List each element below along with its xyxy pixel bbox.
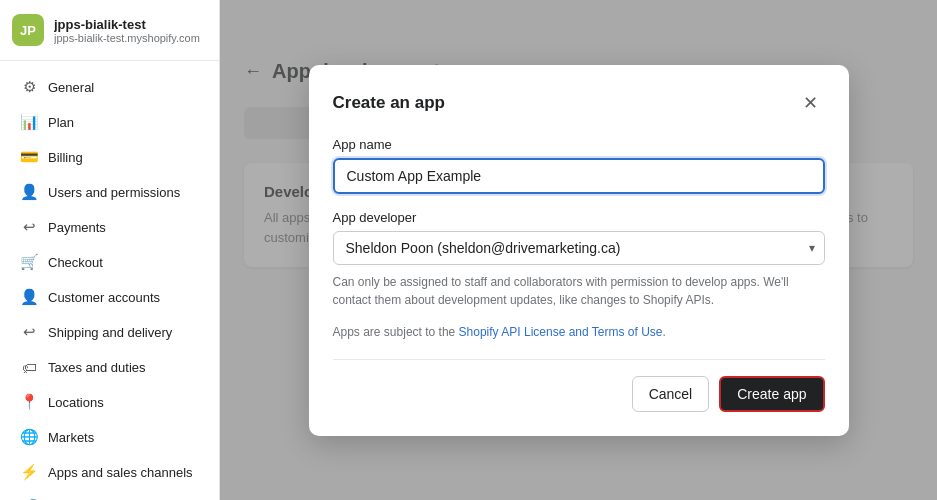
app-developer-help: Can only be assigned to staff and collab… [333,273,825,309]
store-info: jpps-bialik-test jpps-bialik-test.myshop… [54,17,207,44]
modal-overlay: Create an app ✕ App name App developer S… [220,0,937,500]
sidebar-item-apps[interactable]: ⚡Apps and sales channels [6,455,213,489]
sidebar-item-users[interactable]: 👤Users and permissions [6,175,213,209]
sidebar-item-shipping[interactable]: ↩Shipping and delivery [6,315,213,349]
payments-icon: ↩ [20,218,38,236]
sidebar-item-taxes[interactable]: 🏷Taxes and duties [6,350,213,384]
create-app-modal: Create an app ✕ App name App developer S… [309,65,849,436]
sidebar-item-label-apps: Apps and sales channels [48,465,193,480]
users-icon: 👤 [20,183,38,201]
sidebar-item-label-shipping: Shipping and delivery [48,325,172,340]
app-name-label: App name [333,137,825,152]
store-logo: JP [12,14,44,46]
sidebar-item-markets[interactable]: 🌐Markets [6,420,213,454]
billing-icon: 💳 [20,148,38,166]
app-developer-label: App developer [333,210,825,225]
shipping-icon: ↩ [20,323,38,341]
sidebar-header: JP jpps-bialik-test jpps-bialik-test.mys… [0,0,219,61]
cancel-button[interactable]: Cancel [632,376,710,412]
sidebar-item-label-billing: Billing [48,150,83,165]
store-name: jpps-bialik-test [54,17,207,32]
sidebar-item-label-checkout: Checkout [48,255,103,270]
sidebar-item-checkout[interactable]: 🛒Checkout [6,245,213,279]
store-url: jpps-bialik-test.myshopify.com [54,32,207,44]
main-content: ← App development Develop apps with caut… [220,0,937,500]
sidebar-item-customer-accounts[interactable]: 👤Customer accounts [6,280,213,314]
app-developer-select-wrapper: Sheldon Poon (sheldon@drivemarketing.ca)… [333,231,825,265]
sidebar-item-label-users: Users and permissions [48,185,180,200]
modal-header: Create an app ✕ [333,89,825,117]
modal-close-button[interactable]: ✕ [797,89,825,117]
terms-text: Apps are subject to the Shopify API Lice… [333,325,825,339]
sidebar-item-plan[interactable]: 📊Plan [6,105,213,139]
markets-icon: 🌐 [20,428,38,446]
sidebar-item-billing[interactable]: 💳Billing [6,140,213,174]
sidebar: JP jpps-bialik-test jpps-bialik-test.mys… [0,0,220,500]
sidebar-item-label-plan: Plan [48,115,74,130]
locations-icon: 📍 [20,393,38,411]
sidebar-item-label-locations: Locations [48,395,104,410]
sidebar-item-label-payments: Payments [48,220,106,235]
modal-title: Create an app [333,93,445,113]
terms-link[interactable]: Shopify API License and Terms of Use [459,325,663,339]
sidebar-item-payments[interactable]: ↩Payments [6,210,213,244]
sidebar-item-locations[interactable]: 📍Locations [6,385,213,419]
modal-footer: Cancel Create app [333,359,825,412]
taxes-icon: 🏷 [20,358,38,376]
sidebar-item-domains[interactable]: 🔗Domains [6,490,213,500]
general-icon: ⚙ [20,78,38,96]
apps-icon: ⚡ [20,463,38,481]
app-developer-group: App developer Sheldon Poon (sheldon@driv… [333,210,825,309]
sidebar-item-label-general: General [48,80,94,95]
plan-icon: 📊 [20,113,38,131]
sidebar-nav: ⚙General📊Plan💳Billing👤Users and permissi… [0,61,219,500]
app-developer-select[interactable]: Sheldon Poon (sheldon@drivemarketing.ca) [333,231,825,265]
customer-accounts-icon: 👤 [20,288,38,306]
create-app-button[interactable]: Create app [719,376,824,412]
app-name-group: App name [333,137,825,194]
sidebar-item-label-customer-accounts: Customer accounts [48,290,160,305]
sidebar-item-label-markets: Markets [48,430,94,445]
sidebar-item-general[interactable]: ⚙General [6,70,213,104]
app-name-input[interactable] [333,158,825,194]
sidebar-item-label-taxes: Taxes and duties [48,360,146,375]
checkout-icon: 🛒 [20,253,38,271]
